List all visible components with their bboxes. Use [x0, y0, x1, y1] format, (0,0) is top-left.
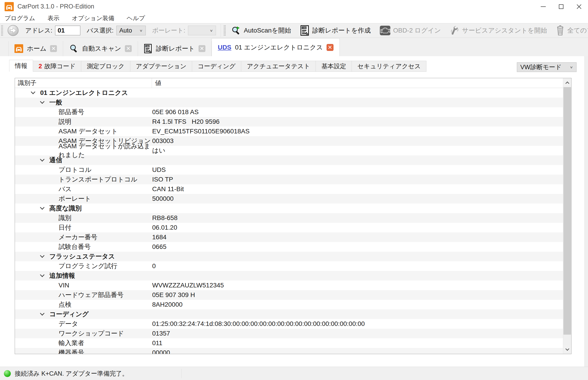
baudrate-dropdown: ∨ [188, 26, 216, 35]
chevron-down-icon[interactable] [40, 157, 44, 162]
subtab-4[interactable]: コーディング [192, 61, 241, 72]
minimize-button[interactable] [534, 0, 552, 13]
table-row[interactable]: ワークショップコード01357 [15, 329, 563, 338]
chevron-down-icon[interactable] [40, 272, 44, 277]
chevron-down-icon[interactable] [40, 253, 44, 258]
table-row[interactable]: 高度な識別 [15, 204, 563, 213]
row-value: 003003 [152, 137, 173, 145]
table-row[interactable]: データ01:25:00:32:24:74:1d:08:30:00:00:00:0… [15, 319, 563, 329]
autoscan-button[interactable]: AutoScanを開始 [231, 26, 291, 35]
table-row[interactable]: 追加情報 [15, 271, 563, 281]
table-row[interactable]: 試験台番号0665 [15, 242, 563, 252]
row-label-cell: ハードウェア部品番号 [15, 291, 152, 299]
service-assistant-button[interactable]: サービスアシスタントを開始 [450, 25, 547, 36]
row-label: 識別 [59, 214, 71, 222]
column-header-identifier[interactable]: 識別子 [15, 78, 152, 88]
menu-view[interactable]: 表示 [41, 14, 66, 22]
row-value: 8AH20000 [152, 301, 183, 308]
chevron-down-icon[interactable] [31, 90, 35, 94]
diagnostic-mode-dropdown[interactable]: VW診断モード ∨ [517, 62, 577, 72]
row-label: メーカー番号 [59, 233, 97, 242]
tab-autoscan[interactable]: 自動スキャン ✕ [63, 41, 138, 56]
row-label: トランスポートプロトコル [59, 175, 137, 184]
maximize-button[interactable] [552, 0, 570, 13]
tab-uds-close-icon[interactable]: ✕ [327, 44, 334, 51]
table-row[interactable]: コーディング [15, 309, 563, 319]
tab-report-label: 診断レポート [156, 44, 195, 53]
subtab-1[interactable]: 2故障コード [33, 61, 81, 72]
row-label-cell: メーカー番号 [15, 233, 152, 242]
table-row[interactable]: 通信 [15, 155, 563, 165]
subtab-6[interactable]: 基本設定 [316, 61, 352, 72]
menu-program[interactable]: プログラム [0, 14, 41, 22]
table-row[interactable]: プログラミング試行0 [15, 261, 563, 271]
subtab-label: アダプテーション [136, 62, 186, 70]
statusbar-divider [181, 369, 182, 378]
table-row[interactable]: 一般 [15, 98, 563, 107]
table-row[interactable]: 部品番号05E 906 018 AS [15, 107, 563, 117]
table-row[interactable]: 説明R4 1.5l TFS H20 9596 [15, 117, 563, 127]
chevron-down-icon[interactable] [40, 205, 44, 210]
chevron-down-icon[interactable] [40, 311, 44, 316]
row-label: ASAM データセット [59, 127, 118, 136]
table-row[interactable]: プロトコルUDS [15, 165, 563, 175]
table-row[interactable]: VINWVWZZZAUZLW512345 [15, 281, 563, 290]
table-row[interactable]: フラッシュステータス [15, 252, 563, 261]
table-row[interactable]: 機器番号00000 [15, 348, 563, 354]
obd2-login-button[interactable]: OBD-2 ログイン [380, 26, 441, 35]
table-row[interactable]: ASAM データセットEV_ECM15TFS01105E906018AS [15, 127, 563, 136]
table-row[interactable]: トランスポートプロトコルISO TP [15, 175, 563, 184]
subtab-label: 情報 [15, 62, 27, 70]
table-row[interactable]: 識別RB8-658 [15, 213, 563, 223]
toolbar-grip[interactable] [224, 25, 226, 36]
scrollbar-thumb[interactable] [564, 87, 571, 335]
subtab-7[interactable]: セキュリティアクセス [352, 61, 426, 72]
create-report-button[interactable]: OBD 診断レポートを作成 [300, 25, 371, 36]
subtab-5[interactable]: アクチュエータテスト [241, 61, 316, 72]
tab-home[interactable]: ホーム ✕ [8, 41, 63, 56]
chevron-down-icon: ∨ [210, 29, 213, 33]
row-label: 日付 [59, 223, 71, 232]
clear-fault-codes-button[interactable]: 全てのフォルトコードを消去 [556, 25, 588, 36]
service-assistant-button-label: サービスアシスタントを開始 [462, 26, 547, 35]
uds-badge: UDS [218, 44, 231, 51]
table-row[interactable]: メーカー番号1684 [15, 232, 563, 242]
address-input[interactable] [55, 26, 80, 35]
vertical-scrollbar[interactable] [563, 78, 571, 354]
table-row[interactable]: 輸入業者011 [15, 338, 563, 348]
scroll-down-button[interactable] [563, 345, 571, 354]
subtab-0[interactable]: 情報 [9, 60, 33, 72]
table-row[interactable]: ASAM データセットが読み込まれましたはい [15, 146, 563, 155]
toolbar-grip[interactable] [1, 25, 3, 36]
maximize-icon [559, 4, 564, 9]
close-button[interactable] [570, 0, 588, 13]
table-row[interactable]: ボーレート500000 [15, 194, 563, 204]
table-row[interactable]: 01 エンジンエレクトロニクス [15, 88, 563, 98]
menu-help[interactable]: ヘルプ [121, 14, 151, 22]
tab-uds-controller[interactable]: UDS 01 エンジンエレクトロニクス ✕ [212, 38, 340, 56]
scroll-up-button[interactable] [563, 78, 571, 87]
row-label: 高度な識別 [49, 204, 82, 213]
table-row[interactable]: 日付06.01.20 [15, 223, 563, 232]
row-value: はい [152, 146, 165, 155]
subtab-2[interactable]: 測定ブロック [81, 61, 130, 72]
table-row[interactable]: ハードウェア部品番号05E 907 309 H [15, 290, 563, 300]
chevron-down-icon[interactable] [40, 99, 44, 104]
connect-arrow-button[interactable] [7, 25, 19, 36]
menu-bar: プログラム 表示 オプション装備 ヘルプ [0, 13, 588, 23]
tab-autoscan-close-icon[interactable]: ✕ [125, 45, 132, 52]
bus-select-dropdown[interactable]: Auto ∨ [116, 26, 146, 35]
tab-report[interactable]: OBD 診断レポート ✕ [138, 41, 212, 56]
row-value: ISO TP [152, 176, 173, 183]
menu-options[interactable]: オプション装備 [66, 14, 121, 22]
row-label: VIN [59, 282, 69, 289]
tab-report-close-icon[interactable]: ✕ [199, 45, 205, 52]
row-label: 部品番号 [59, 108, 84, 116]
row-value: RB8-658 [152, 214, 178, 222]
column-header-value[interactable]: 値 [152, 79, 161, 87]
table-row[interactable]: 点検8AH20000 [15, 300, 563, 309]
tab-home-close-icon[interactable]: ✕ [50, 45, 57, 52]
subtab-label: コーディング [198, 62, 235, 70]
subtab-3[interactable]: アダプテーション [130, 61, 192, 72]
table-row[interactable]: バスCAN 11-Bit [15, 184, 563, 194]
